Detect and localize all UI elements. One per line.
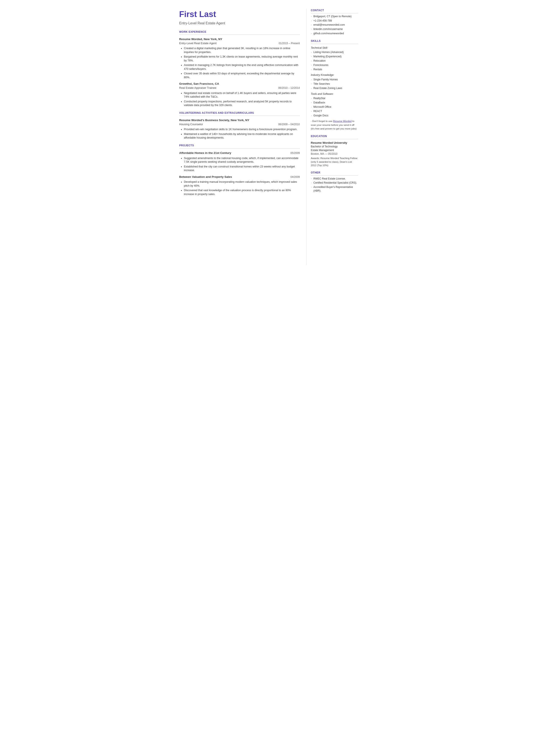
tools-skill-label: Tools and Software: bbox=[311, 92, 358, 96]
skill-industry-3: Real Estate Zoning Laws bbox=[311, 86, 358, 90]
job-1-bullet-1: Created a digital marketing plan that ge… bbox=[181, 46, 300, 54]
project-2-header: Between Valuation and Property Sales 04/… bbox=[179, 175, 300, 179]
skill-tool-5: Google Docs bbox=[311, 114, 358, 118]
project-1-bullet-1: Suggested amendments to the national hou… bbox=[181, 156, 300, 164]
contact-list: Bridgeport, CT (Open to Remote) +1-234-4… bbox=[311, 14, 358, 35]
job-2: Growthsi, San Francisco, CA Real Estate … bbox=[179, 82, 300, 90]
other-item-2: Certified Residential Specialist (CRS). bbox=[311, 181, 358, 185]
skill-tool-4: REACT bbox=[311, 109, 358, 113]
edu-school: Resume Worded University bbox=[311, 141, 358, 145]
right-column: CONTACT Bridgeport, CT (Open to Remote) … bbox=[306, 9, 365, 265]
technical-skills-list: Listing Homes (Advanced) Marketing (Expe… bbox=[311, 50, 358, 71]
job-2-bullets: Negotiated real estate contracts on beha… bbox=[181, 91, 300, 107]
skill-industry-2: Title Searches bbox=[311, 82, 358, 86]
vol-1-bullets: Provided win-win negotiation skills to 1… bbox=[181, 127, 300, 140]
project-1-bullet-2: Established that the city can construct … bbox=[181, 165, 300, 172]
vol-1-role-line: Housing Counselor 06/2009 – 04/2010 bbox=[179, 123, 300, 126]
contact-item-4: linkedin.com/in/username bbox=[311, 27, 358, 31]
vol-1-bullet-2: Maintained a waitlist of 140+ households… bbox=[181, 132, 300, 140]
project-2-title: Between Valuation and Property Sales bbox=[179, 175, 232, 179]
project-2-date: 04/2009 bbox=[291, 175, 300, 179]
job-1-dates: 01/2015 – Present bbox=[279, 42, 300, 45]
education-heading: EDUCATION bbox=[311, 134, 358, 139]
vol-1-role: Housing Counselor bbox=[179, 123, 203, 126]
work-experience-heading: WORK EXPERIENCE bbox=[179, 30, 300, 35]
job-1-bullets: Created a digital marketing plan that ge… bbox=[181, 46, 300, 79]
job-1-header-line: Resume Worded, New York, NY bbox=[179, 37, 300, 42]
technical-skill-label: Technical Skill: bbox=[311, 46, 358, 50]
job-1-role-line: Entry-Level Real Estate Agent 01/2015 – … bbox=[179, 42, 300, 45]
project-1-title: Affordable Homes in the 21st Century bbox=[179, 151, 231, 155]
project-2-bullets: Developed a training manual incorporatin… bbox=[181, 180, 300, 196]
job-1-bullet-2: Bargained profitable terms for 1.3K clie… bbox=[181, 55, 300, 63]
job-2-role: Real Estate Appraiser Trainee bbox=[179, 86, 216, 90]
contact-item-3: email@resumeworded.com bbox=[311, 23, 358, 27]
resume-worded-link[interactable]: Resume Worded bbox=[333, 120, 352, 123]
vol-1-company: Resume Worded's Business Society, New Yo… bbox=[179, 118, 249, 123]
other-item-3: Accredited Buyer's Representative (ABR). bbox=[311, 185, 358, 193]
project-2-bullet-1: Developed a training manual incorporatin… bbox=[181, 180, 300, 188]
industry-skills-list: Single Family Homes Title Searches Real … bbox=[311, 78, 358, 90]
edu-awards: Awards: Resume Worded Teaching Fellow (o… bbox=[311, 156, 358, 167]
promo-text: · Don't forget to use Resume Worded to s… bbox=[311, 119, 358, 130]
job-1: Resume Worded, New York, NY Entry-Level … bbox=[179, 37, 300, 45]
job-2-bullet-1: Negotiated real estate contracts on beha… bbox=[181, 91, 300, 99]
skill-industry-1: Single Family Homes bbox=[311, 78, 358, 81]
tools-skills-list: RealtyStar DataBasix Microsoft Office RE… bbox=[311, 97, 358, 117]
job-1-company: Resume Worded, New York, NY bbox=[179, 37, 222, 42]
skill-technical-5: Rentals bbox=[311, 68, 358, 71]
project-1-date: 05/2009 bbox=[291, 151, 300, 155]
project-2-bullet-2: Discovered that vast knowledge of the va… bbox=[181, 188, 300, 196]
skill-technical-1: Listing Homes (Advanced) bbox=[311, 50, 358, 54]
project-1-header: Affordable Homes in the 21st Century 05/… bbox=[179, 151, 300, 155]
skill-tool-1: RealtyStar bbox=[311, 97, 358, 100]
vol-1: Resume Worded's Business Society, New Yo… bbox=[179, 118, 300, 126]
skill-tool-2: DataBasix bbox=[311, 101, 358, 104]
job-1-role: Entry-Level Real Estate Agent bbox=[179, 42, 216, 45]
other-heading: OTHER bbox=[311, 171, 358, 176]
job-2-company: Growthsi, San Francisco, CA bbox=[179, 82, 219, 86]
vol-1-bullet-1: Provided win-win negotiation skills to 1… bbox=[181, 127, 300, 131]
applicant-title: Entry-Level Real Estate Agent bbox=[179, 21, 300, 26]
job-1-bullet-4: Closed over 35 deals within 53 days of e… bbox=[181, 72, 300, 79]
skill-technical-2: Marketing (Experienced) bbox=[311, 55, 358, 58]
skill-technical-3: Relocation bbox=[311, 59, 358, 63]
contact-item-5: github.com/resumeworded bbox=[311, 32, 358, 35]
skill-technical-4: Foreclosures bbox=[311, 63, 358, 67]
other-list: RWEC Real Estate License. Certified Resi… bbox=[311, 177, 358, 193]
skills-heading: SKILLS bbox=[311, 39, 358, 44]
applicant-name: First Last bbox=[179, 9, 300, 20]
vol-1-header-line: Resume Worded's Business Society, New Yo… bbox=[179, 118, 300, 123]
project-1-bullets: Suggested amendments to the national hou… bbox=[181, 156, 300, 172]
contact-item-2: +1-234-456-789 bbox=[311, 19, 358, 23]
job-1-bullet-3: Assisted in managing 2.7K listings from … bbox=[181, 63, 300, 71]
edu-dates: Boston, MA — 05/2010 bbox=[311, 152, 358, 156]
job-2-header-line: Growthsi, San Francisco, CA bbox=[179, 82, 300, 86]
job-2-role-line: Real Estate Appraiser Trainee 06/2010 – … bbox=[179, 86, 300, 90]
edu-degree: Bachelor of Technology bbox=[311, 145, 358, 149]
resume-page: First Last Entry-Level Real Estate Agent… bbox=[171, 0, 365, 274]
projects-heading: PROJECTS bbox=[179, 144, 300, 149]
edu-field: Estate Management bbox=[311, 149, 358, 152]
job-2-bullet-2: Conducted property inspections, performe… bbox=[181, 100, 300, 107]
industry-skill-label: Industry Knowledge: bbox=[311, 73, 358, 77]
contact-item-1: Bridgeport, CT (Open to Remote) bbox=[311, 14, 358, 18]
vol-1-dates: 06/2009 – 04/2010 bbox=[278, 123, 300, 126]
skill-tool-3: Microsoft Office bbox=[311, 105, 358, 109]
contact-heading: CONTACT bbox=[311, 9, 358, 14]
other-item-1: RWEC Real Estate License. bbox=[311, 177, 358, 181]
volunteering-heading: VOLUNTEERING ACTIVITIES AND EXTRACURRICU… bbox=[179, 111, 300, 116]
job-2-dates: 06/2010 – 12/2014 bbox=[278, 86, 300, 90]
left-column: First Last Entry-Level Real Estate Agent… bbox=[171, 9, 306, 265]
